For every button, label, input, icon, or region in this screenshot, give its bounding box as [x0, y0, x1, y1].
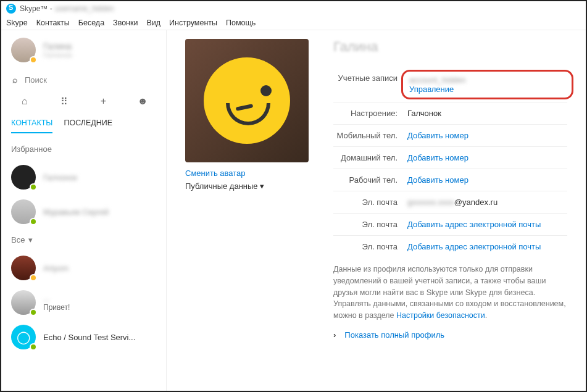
home-icon[interactable]: ⌂ — [15, 96, 34, 107]
add-contact-icon[interactable]: + — [94, 96, 112, 107]
add-home-link[interactable]: Добавить номер — [407, 153, 567, 162]
window-username: username_hidden — [55, 4, 114, 13]
search-icon: ⌕ — [12, 75, 17, 85]
manage-account-highlight: account_hidden Управление — [401, 70, 573, 99]
menu-help[interactable]: Помощь — [226, 19, 256, 27]
contact-avatar — [11, 199, 36, 224]
bot-icon[interactable]: ☻ — [133, 96, 152, 107]
skype-logo-icon — [6, 4, 16, 14]
field-label-mobile: Мобильный тел. — [333, 131, 407, 140]
field-label-home: Домашний тел. — [333, 153, 407, 162]
field-label-work: Рабочий тел. — [333, 175, 407, 185]
contact-name: Галчонок — [43, 173, 77, 182]
status-online-icon — [30, 309, 37, 316]
echo-avatar: ◯ — [11, 325, 36, 349]
show-full-profile[interactable]: › Показать полный профиль — [333, 330, 567, 340]
field-label-email: Эл. почта — [333, 220, 407, 229]
contact-avatar — [11, 256, 36, 280]
profile-info-text: Данные из профиля используются только дл… — [333, 264, 567, 322]
security-settings-link[interactable]: Настройки безопасности — [396, 311, 485, 320]
status-online-icon — [30, 183, 37, 191]
tab-contacts[interactable]: КОНТАКТЫ — [11, 114, 52, 133]
manage-link[interactable]: Управление — [409, 85, 565, 94]
section-favorites[interactable]: Избранное — [1, 138, 166, 160]
contact-name: ... — [43, 294, 70, 303]
menu-calls[interactable]: Звонки — [113, 19, 138, 27]
mood-value[interactable]: Галчонок — [407, 109, 567, 118]
add-mobile-link[interactable]: Добавить номер — [407, 131, 567, 140]
contact-name: Echo / Sound Test Servi... — [43, 333, 135, 342]
section-all[interactable]: Все ▾ — [1, 229, 166, 251]
change-avatar-link[interactable]: Сменить аватар — [185, 162, 309, 181]
profile-avatar[interactable] — [185, 39, 309, 162]
add-email-link[interactable]: Добавить адрес электронной почты — [407, 242, 567, 251]
field-label-email: Эл. почта — [333, 242, 407, 251]
contact-row[interactable]: Artyom — [1, 251, 166, 285]
email-value: gхххххх.хххх@yandex.ru — [407, 198, 567, 207]
public-data-dropdown[interactable]: Публичные данные ▾ — [185, 181, 309, 191]
status-online-icon — [30, 218, 37, 225]
contact-last-msg: Привет! — [43, 303, 70, 312]
menu-skype[interactable]: Skype — [6, 19, 28, 27]
status-away-icon — [30, 56, 37, 64]
self-name: Галина — [43, 41, 72, 51]
contact-name: Муравьев Сергей — [43, 207, 109, 217]
dialpad-icon[interactable]: ⠿ — [55, 96, 73, 107]
chevron-right-icon: › — [333, 330, 336, 340]
menu-tools[interactable]: Инструменты — [169, 19, 217, 27]
profile-display-name: Галина — [333, 39, 567, 55]
sidebar: Галина Галчонок ⌕ Поиск ⌂ ⠿ + ☻ КОНТАКТЫ… — [1, 30, 167, 391]
contact-row[interactable]: ◯ Echo / Sound Test Servi... — [1, 320, 166, 354]
contact-row[interactable]: Муравьев Сергей — [1, 194, 166, 229]
menu-contacts[interactable]: Контакты — [36, 19, 70, 27]
titlebar: Skype™ - username_hidden — [1, 1, 586, 16]
search-placeholder: Поиск — [25, 75, 47, 85]
self-mood: Галчонок — [43, 51, 72, 59]
add-work-link[interactable]: Добавить номер — [407, 175, 567, 185]
chevron-down-icon: ▾ — [28, 235, 33, 244]
status-away-icon — [30, 274, 37, 281]
profile-pane: Сменить аватар Публичные данные ▾ Галина… — [167, 30, 586, 391]
headset-icon: ◯ — [17, 330, 30, 344]
account-value: account_hidden — [409, 75, 565, 85]
app-name: Skype™ — [20, 4, 48, 13]
field-label-accounts: Учетные записи — [333, 73, 407, 96]
menubar: Skype Контакты Беседа Звонки Вид Инструм… — [1, 16, 586, 30]
contact-avatar — [11, 165, 36, 190]
field-label-mood: Настроение: — [333, 109, 407, 118]
self-avatar — [11, 38, 36, 62]
add-email-link[interactable]: Добавить адрес электронной почты — [407, 220, 567, 229]
tab-recent[interactable]: ПОСЛЕДНИЕ — [64, 114, 112, 133]
contact-row[interactable]: Галчонок — [1, 160, 166, 194]
self-profile-row[interactable]: Галина Галчонок — [1, 30, 166, 70]
contact-avatar — [11, 290, 36, 315]
status-online-icon — [30, 343, 37, 351]
sidebar-toolbar: ⌂ ⠿ + ☻ — [1, 90, 166, 114]
contact-name: Artyom — [43, 264, 69, 273]
menu-conversation[interactable]: Беседа — [78, 19, 104, 27]
sidebar-tabs: КОНТАКТЫ ПОСЛЕДНИЕ — [1, 114, 166, 133]
search-row[interactable]: ⌕ Поиск — [1, 70, 166, 90]
menu-view[interactable]: Вид — [146, 19, 160, 27]
field-label-email: Эл. почта — [333, 198, 407, 207]
contact-row[interactable]: ... Привет! — [1, 285, 166, 320]
